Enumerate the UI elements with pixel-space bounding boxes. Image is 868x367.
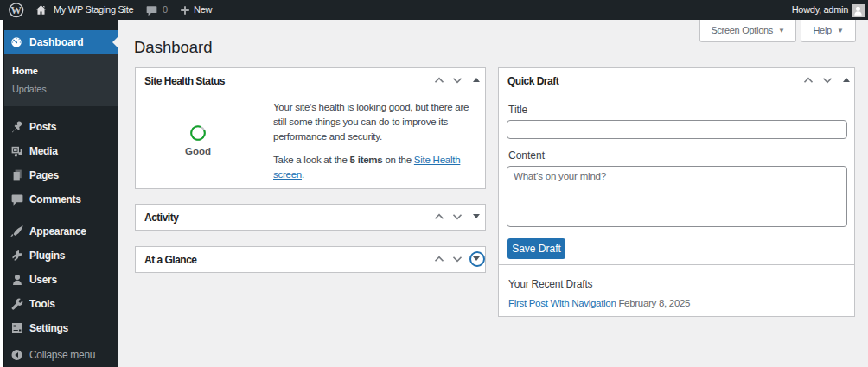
svg-text:W: W (10, 4, 22, 16)
